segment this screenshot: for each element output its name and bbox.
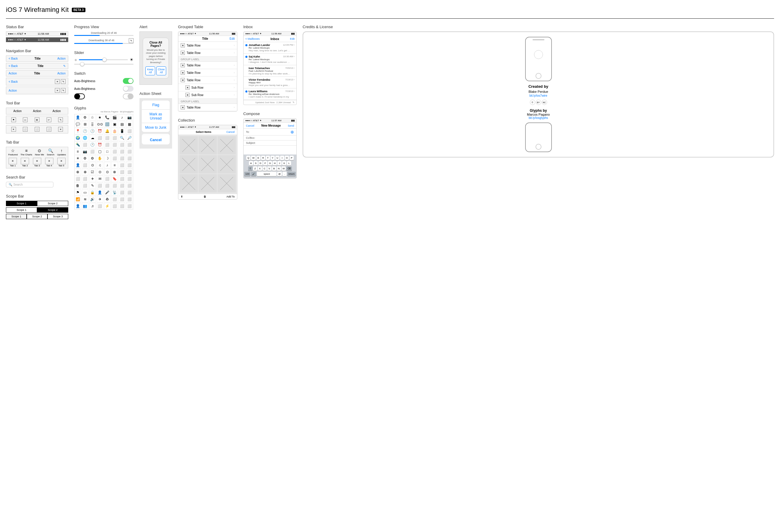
tab-box-2[interactable]: ✕ Tab 2 bbox=[21, 158, 29, 167]
add-recipient-icon[interactable]: ⊕ bbox=[290, 129, 294, 134]
key-m[interactable]: M bbox=[282, 166, 286, 171]
tab-item-featured[interactable]: ☆ Featured bbox=[8, 148, 18, 156]
tab-item-search[interactable]: 🔍 Search bbox=[47, 148, 54, 156]
tb-undo-icon[interactable]: ↩ bbox=[47, 117, 51, 122]
compose-cc-field[interactable]: Cc/Bcc: bbox=[244, 136, 296, 141]
creator-link[interactable]: bit.ly/ios7wire bbox=[308, 94, 769, 97]
scope-btn-3-3[interactable]: Scope 3 bbox=[47, 214, 68, 219]
slider-thumb-2[interactable] bbox=[80, 62, 84, 66]
inbox-item-1[interactable]: Jonathan Lander 12:05 PM › Re: Latest Mo… bbox=[244, 42, 296, 54]
close-all-button[interactable]: Close All bbox=[156, 66, 166, 75]
key-g[interactable]: G bbox=[268, 161, 272, 165]
tb-x2-icon[interactable]: ✕ bbox=[58, 127, 63, 132]
key-j[interactable]: J bbox=[278, 161, 282, 165]
collection-item-6[interactable] bbox=[217, 155, 236, 173]
flag-action-button[interactable]: Flag bbox=[142, 101, 170, 110]
scope-btn-2-1[interactable]: Scope 1 bbox=[6, 207, 37, 213]
key-u[interactable]: U bbox=[275, 156, 280, 160]
key-at[interactable]: @ bbox=[277, 172, 282, 176]
toggle-off-1[interactable] bbox=[123, 86, 134, 92]
collection-item-8[interactable] bbox=[198, 174, 217, 193]
tab-box-1[interactable]: ✕ Tab 1 bbox=[9, 158, 17, 167]
trash-icon[interactable]: 🗑 bbox=[203, 195, 206, 198]
tab-item-updates[interactable]: ↑ Updates bbox=[57, 148, 66, 156]
key-k[interactable]: K bbox=[282, 161, 286, 165]
collection-item-9[interactable] bbox=[217, 174, 236, 193]
key-t[interactable]: T bbox=[266, 156, 270, 160]
key-s[interactable]: S bbox=[254, 161, 258, 165]
scope-btn-1-1[interactable]: Scope 1 bbox=[6, 201, 37, 206]
table-row-sub-2[interactable]: ✕ Sub Row › bbox=[178, 91, 237, 99]
table-row-1[interactable]: ✕ Table Row › bbox=[178, 42, 237, 49]
tab-item-near[interactable]: ⊙ Near Me bbox=[35, 148, 44, 156]
table-row-6[interactable]: ✕ Table Row › bbox=[178, 104, 237, 111]
compose-to-field[interactable]: To: ⊕ bbox=[244, 129, 296, 136]
tab-box-4[interactable]: ✕ Tab 4 bbox=[45, 158, 53, 167]
table-row-2[interactable]: ✕ Table Row › bbox=[178, 49, 237, 57]
compose-send-button[interactable]: Send bbox=[288, 124, 294, 127]
collection-item-3[interactable] bbox=[217, 136, 236, 155]
tb-edit-icon[interactable]: ✎ bbox=[58, 117, 63, 122]
key-v[interactable]: V bbox=[267, 166, 272, 171]
move-junk-button[interactable]: Move to Junk bbox=[142, 123, 170, 132]
tb-img2-icon[interactable]: ⬜ bbox=[35, 127, 40, 132]
key-l[interactable]: L bbox=[287, 161, 291, 165]
scope-btn-1-2[interactable]: Scope 2 bbox=[37, 201, 68, 206]
scope-btn-2-2[interactable]: Scope 2 bbox=[37, 207, 68, 213]
progress-edit-icon[interactable]: ✎ bbox=[129, 38, 134, 43]
key-x[interactable]: X bbox=[258, 166, 262, 171]
key-123[interactable]: 123 bbox=[244, 172, 250, 176]
key-return[interactable]: return bbox=[287, 172, 296, 176]
key-c[interactable]: C bbox=[262, 166, 267, 171]
collection-item-4[interactable] bbox=[180, 155, 198, 173]
collection-item-7[interactable] bbox=[180, 174, 198, 193]
table-row-4[interactable]: ✕ Table Row › bbox=[178, 69, 237, 76]
collection-item-1[interactable] bbox=[180, 136, 198, 155]
scope-btn-3-2[interactable]: Scope 2 bbox=[27, 214, 47, 219]
table-row-3[interactable]: ✕ Table Row › bbox=[178, 62, 237, 69]
share-icon[interactable]: ⬆ bbox=[181, 195, 183, 198]
key-z[interactable]: Z bbox=[253, 166, 257, 171]
key-f[interactable]: F bbox=[263, 161, 267, 165]
tb-flag-icon[interactable]: ⚑ bbox=[11, 117, 16, 122]
search-input-wrap[interactable]: 🔍 Search bbox=[6, 182, 53, 188]
toggle-dark-on[interactable] bbox=[74, 93, 85, 99]
key-space[interactable]: space bbox=[257, 172, 277, 176]
add-to-button[interactable]: Add To bbox=[226, 195, 235, 198]
table-row-5[interactable]: ✕ Table Row › bbox=[178, 76, 237, 84]
toggle-on-1[interactable] bbox=[123, 78, 134, 84]
key-d[interactable]: D bbox=[258, 161, 262, 165]
key-p[interactable]: P bbox=[290, 156, 294, 160]
toggle-dark-off[interactable] bbox=[123, 93, 134, 99]
key-b[interactable]: B bbox=[272, 166, 276, 171]
table-row-sub-1[interactable]: ✕ Sub Row › bbox=[178, 84, 237, 91]
key-e[interactable]: E bbox=[256, 156, 260, 160]
collection-item-5[interactable] bbox=[198, 155, 217, 173]
compose-cancel-button[interactable]: Cancel bbox=[246, 124, 254, 127]
key-y[interactable]: Y bbox=[271, 156, 275, 160]
cancel-action-button[interactable]: Cancel bbox=[142, 136, 170, 145]
compose-subject-field[interactable]: Subject: bbox=[244, 141, 296, 146]
tb-x-icon[interactable]: ✕ bbox=[11, 127, 16, 132]
key-n[interactable]: N bbox=[277, 166, 281, 171]
slider-track-1[interactable] bbox=[79, 59, 128, 60]
inbox-item-2[interactable]: Saj Kahn 10:30 AM › Re: Latest Mockups I… bbox=[244, 54, 296, 65]
key-w[interactable]: W bbox=[251, 156, 256, 160]
inbox-item-4[interactable]: Víctor Fernández 7/19/13 › Happy 4th!! H… bbox=[244, 77, 296, 88]
tb-grid-icon[interactable]: ⊞ bbox=[35, 117, 40, 122]
key-o[interactable]: O bbox=[285, 156, 289, 160]
key-h[interactable]: H bbox=[273, 161, 277, 165]
key-dot[interactable]: . bbox=[283, 172, 287, 176]
key-shift[interactable]: ⇧ bbox=[248, 166, 252, 171]
keep-all-button[interactable]: Keep All bbox=[145, 66, 155, 75]
key-mic[interactable]: 🎤 bbox=[251, 172, 256, 176]
tab-box-3[interactable]: ✕ Tab 3 bbox=[33, 158, 41, 167]
tab-box-5[interactable]: ✕ Tab 5 bbox=[57, 158, 65, 167]
tb-folder-icon[interactable]: ▭ bbox=[23, 117, 28, 122]
scope-btn-3-1[interactable]: Scope 1 bbox=[6, 214, 27, 219]
slider-thumb-1[interactable] bbox=[102, 58, 106, 62]
slider-track-2[interactable] bbox=[74, 64, 134, 65]
collection-item-2[interactable] bbox=[198, 136, 217, 155]
key-backspace[interactable]: ⌫ bbox=[286, 166, 292, 171]
key-a[interactable]: A bbox=[249, 161, 253, 165]
